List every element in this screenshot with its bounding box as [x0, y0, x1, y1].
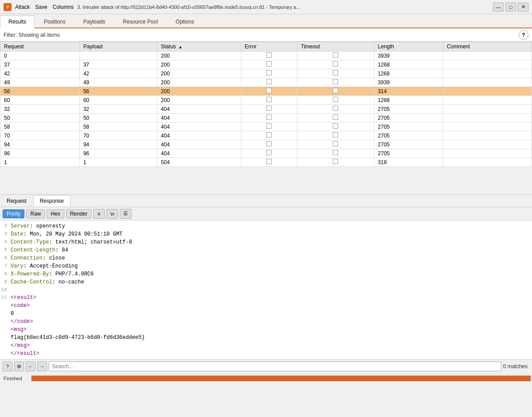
header-value: : close: [43, 255, 65, 261]
newlines-button[interactable]: \n: [106, 209, 118, 219]
wrap-button[interactable]: ≡: [93, 209, 105, 219]
table-row[interactable]: 56 56 200 314: [0, 87, 532, 96]
tab-response[interactable]: Response: [33, 195, 71, 207]
filter-bar: Filter: Showing all items ?: [0, 28, 532, 42]
search-input[interactable]: [49, 362, 501, 371]
cell-timeout: [297, 105, 374, 114]
cell-status: 200: [157, 78, 241, 87]
table-row[interactable]: 70 70 404 2705: [0, 131, 532, 140]
table-row[interactable]: 50 50 404 2705: [0, 114, 532, 122]
error-checkbox[interactable]: [266, 79, 272, 84]
cell-comment: [443, 105, 532, 114]
response-content: 2Server: openresty3Date: Mon, 20 May 202…: [0, 220, 532, 359]
col-request[interactable]: Request: [0, 42, 80, 51]
header-value: : 84: [55, 247, 68, 253]
table-row[interactable]: 94 94 404 2705: [0, 140, 532, 149]
timeout-checkbox[interactable]: [333, 70, 338, 75]
col-error[interactable]: Error: [241, 42, 297, 51]
menu-save[interactable]: Save: [35, 4, 47, 10]
timeout-checkbox[interactable]: [333, 106, 338, 111]
col-timeout[interactable]: Timeout: [297, 42, 374, 51]
line-content: Vary: Accept-Encoding: [11, 262, 532, 270]
error-checkbox[interactable]: [266, 132, 272, 138]
timeout-checkbox[interactable]: [333, 97, 338, 102]
cell-payload: 56: [79, 87, 157, 96]
timeout-checkbox[interactable]: [333, 159, 338, 164]
cell-payload: [79, 51, 157, 60]
col-comment[interactable]: Comment: [443, 42, 532, 51]
col-status[interactable]: Status ▲: [157, 42, 241, 51]
cell-request: 50: [0, 114, 80, 122]
forward-icon-button[interactable]: →: [37, 362, 47, 371]
table-row[interactable]: 32 32 404 2705: [0, 105, 532, 114]
error-checkbox[interactable]: [266, 159, 272, 164]
menu-attack[interactable]: Attack: [15, 4, 30, 10]
minimize-button[interactable]: —: [493, 3, 504, 12]
timeout-checkbox[interactable]: [333, 114, 338, 120]
tab-positions[interactable]: Positions: [35, 16, 74, 28]
code-line: 10: [0, 286, 532, 294]
header-name: Content-Length: [11, 247, 55, 253]
hex-button[interactable]: Hex: [47, 209, 64, 218]
cell-error: [241, 122, 297, 131]
timeout-checkbox[interactable]: [333, 52, 338, 58]
error-checkbox[interactable]: [266, 114, 272, 120]
table-row[interactable]: 58 58 404 2705: [0, 122, 532, 131]
cell-request: 94: [0, 140, 80, 149]
results-table-container[interactable]: Request Payload Status ▲ Error Timeout L…: [0, 42, 532, 195]
timeout-checkbox[interactable]: [333, 88, 338, 93]
tab-results[interactable]: Results: [0, 16, 35, 28]
table-row[interactable]: 60 60 200 1268: [0, 96, 532, 105]
pretty-button[interactable]: Pretty: [3, 209, 24, 218]
timeout-checkbox[interactable]: [333, 141, 338, 146]
close-button[interactable]: ✕: [518, 3, 528, 12]
tab-options[interactable]: Options: [167, 16, 202, 28]
table-row[interactable]: 0 200 3939: [0, 51, 532, 60]
cell-comment: [443, 87, 532, 96]
table-row[interactable]: 42 42 200 1268: [0, 69, 532, 78]
table-row[interactable]: 37 37 200 1268: [0, 60, 532, 69]
tab-resource-pool[interactable]: Resource Pool: [114, 16, 166, 28]
menu-icon-button[interactable]: ☰: [120, 209, 131, 219]
error-checkbox[interactable]: [266, 97, 272, 102]
xml-tag: <code>: [11, 303, 30, 309]
menu-columns[interactable]: Columns: [53, 4, 74, 10]
timeout-checkbox[interactable]: [333, 123, 338, 129]
timeout-checkbox[interactable]: [333, 61, 338, 67]
table-row[interactable]: 49 49 200 3939: [0, 78, 532, 87]
table-row[interactable]: 96 96 404 2705: [0, 149, 532, 158]
table-row[interactable]: 1 1 504 318: [0, 158, 532, 167]
line-content: </msg>: [11, 342, 532, 350]
cell-request: 1: [0, 158, 80, 167]
code-line: 8X-Powered-By: PHP/7.4.0RC6: [0, 270, 532, 278]
cell-timeout: [297, 158, 374, 167]
error-checkbox[interactable]: [266, 123, 272, 129]
back-icon-button[interactable]: ←: [26, 362, 35, 371]
cell-payload: 42: [79, 69, 157, 78]
line-number: [0, 326, 11, 334]
tab-payloads[interactable]: Payloads: [75, 16, 114, 28]
help-icon-button[interactable]: ?: [3, 362, 12, 371]
error-checkbox[interactable]: [266, 52, 272, 58]
timeout-checkbox[interactable]: [333, 150, 338, 155]
filter-help-button[interactable]: ?: [519, 30, 528, 40]
error-checkbox[interactable]: [266, 88, 272, 93]
error-checkbox[interactable]: [266, 141, 272, 146]
settings-icon-button[interactable]: ⚙: [14, 362, 24, 371]
xml-tag: <result>: [11, 295, 36, 301]
error-checkbox[interactable]: [266, 61, 272, 67]
raw-button[interactable]: Raw: [26, 209, 45, 218]
cell-status: 404: [157, 122, 241, 131]
tab-request[interactable]: Request: [0, 195, 33, 207]
cell-length: 1268: [374, 96, 443, 105]
error-checkbox[interactable]: [266, 70, 272, 75]
timeout-checkbox[interactable]: [333, 132, 338, 138]
cell-error: [241, 60, 297, 69]
col-payload[interactable]: Payload: [79, 42, 157, 51]
error-checkbox[interactable]: [266, 150, 272, 155]
restore-button[interactable]: □: [505, 3, 516, 12]
render-button[interactable]: Render: [66, 209, 91, 218]
col-length[interactable]: Length: [374, 42, 443, 51]
error-checkbox[interactable]: [266, 106, 272, 111]
timeout-checkbox[interactable]: [333, 79, 338, 84]
